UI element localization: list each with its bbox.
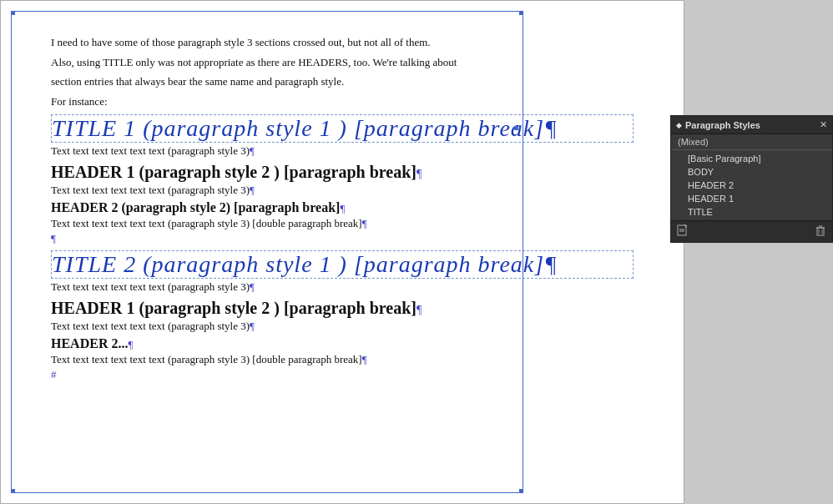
intro-line1: I need to have some of those paragraph s… (51, 34, 634, 51)
body5-text: Text text text text text text (paragraph… (51, 320, 634, 333)
style-item-header1[interactable]: HEADER 1 (671, 192, 832, 205)
panel-close-button[interactable]: ✕ (820, 119, 827, 130)
style-item-header2[interactable]: HEADER 2 (671, 179, 832, 192)
header2-1-text: HEADER 2 (paragraph style 2) [paragraph … (51, 200, 634, 215)
body3-text: Text text text text text text (paragraph… (51, 217, 634, 230)
body1-text: Text text text text text text (paragraph… (51, 144, 634, 158)
paragraph-styles-panel: ◆ Paragraph Styles ✕ (Mixed) [Basic Para… (670, 115, 833, 243)
intro-line3: section entries that always bear the sam… (51, 73, 634, 90)
panel-new-style-icon[interactable] (676, 224, 689, 240)
title-marker (514, 126, 518, 130)
style-item-title[interactable]: TITLE (671, 205, 832, 219)
panel-delete-style-icon[interactable] (814, 224, 827, 240)
header1-1-text: HEADER 1 (paragraph style 2 ) [paragraph… (51, 163, 634, 182)
intro-line2: Also, using TITLE only was not appropria… (51, 54, 634, 71)
intro-line4: For instance: (51, 93, 634, 110)
header2-2-text: HEADER 2...¶ (51, 336, 634, 351)
panel-title: Paragraph Styles (685, 120, 760, 130)
svg-rect-0 (678, 225, 686, 235)
header1-2-text: HEADER 1 (paragraph style 2 ) [paragraph… (51, 299, 634, 318)
style-item-basic[interactable]: [Basic Paragraph] (671, 152, 832, 165)
hash-marker: # (51, 368, 634, 381)
body2-text: Text text text text text text (paragraph… (51, 184, 634, 197)
title1-text: TITLE 1 (paragraph style 1 ) [paragraph … (51, 114, 634, 143)
title2-pilcrow: ¶ (544, 251, 558, 277)
document-canvas: I need to have some of those paragraph s… (0, 0, 684, 504)
panel-mixed-label: (Mixed) (671, 134, 832, 150)
selection-right (523, 11, 523, 493)
selection-top (11, 11, 523, 12)
spacer-para: ¶ (51, 232, 634, 245)
body6-text: Text text text text text text (paragraph… (51, 353, 634, 366)
selection-bottom (11, 492, 523, 493)
selection-left (11, 11, 12, 493)
svg-rect-3 (817, 228, 824, 235)
body4-text: Text text text text text text (paragraph… (51, 280, 634, 294)
title2-text: TITLE 2 (paragraph style 1 ) [paragraph … (51, 250, 634, 279)
panel-footer (671, 220, 832, 242)
panel-title-left: ◆ Paragraph Styles (676, 120, 760, 130)
panel-titlebar: ◆ Paragraph Styles ✕ (671, 116, 832, 134)
panel-diamond-icon: ◆ (676, 121, 682, 129)
style-list: [Basic Paragraph] BODY HEADER 2 HEADER 1… (671, 150, 832, 220)
title1-pilcrow: ¶ (544, 115, 558, 141)
style-item-body[interactable]: BODY (671, 165, 832, 179)
